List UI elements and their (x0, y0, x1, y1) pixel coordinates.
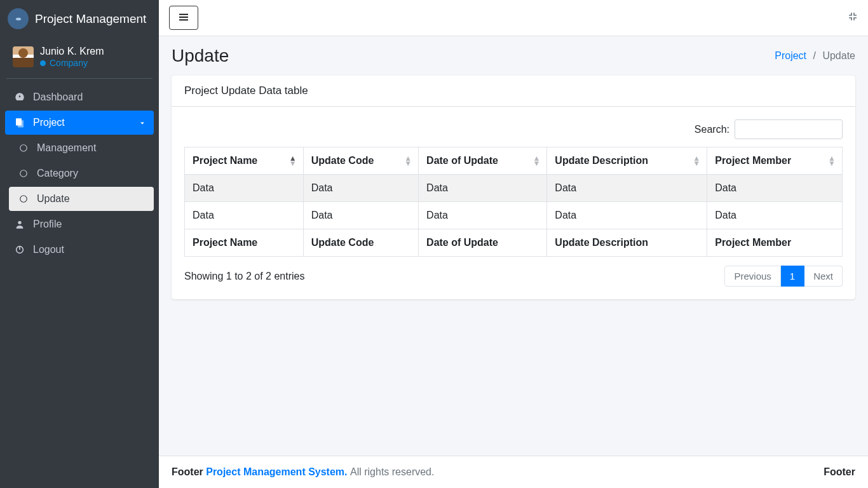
table-header-cell[interactable]: Update Code▲▼ (303, 147, 418, 175)
user-role[interactable]: Company (40, 58, 104, 69)
menu-toggle-button[interactable] (169, 6, 198, 30)
bars-icon (179, 13, 189, 24)
main-column: Update Project / Update Project Update D… (159, 0, 868, 488)
svg-point-3 (20, 144, 27, 151)
table-cell: Data (303, 175, 418, 202)
svg-rect-11 (179, 19, 188, 20)
user-panel: Junio K. Krem Company (6, 37, 153, 79)
sidebar-item-label: Category (37, 168, 78, 179)
circle-icon (17, 194, 31, 203)
footer-prefix: Footer (172, 466, 206, 477)
footer-right: Footer (824, 466, 855, 477)
card-title: Project Update Data table (172, 76, 855, 107)
footer-link[interactable]: Project Management System. (206, 466, 347, 477)
pagination-next[interactable]: Next (804, 266, 843, 287)
user-role-label: Company (50, 58, 88, 69)
table-header-row: Project Name▲▼Update Code▲▼Date of Updat… (185, 147, 843, 175)
table-header-label: Project Member (715, 155, 791, 166)
search-input[interactable] (735, 119, 843, 139)
sort-icon: ▲▼ (532, 156, 540, 166)
table-cell: Data (419, 175, 547, 202)
table-cell: Data (185, 202, 304, 229)
table-footer-row: Project NameUpdate CodeDate of UpdateUpd… (185, 229, 843, 257)
sidebar-item-project[interactable]: Project (5, 111, 154, 135)
status-dot-icon (40, 60, 46, 66)
table-cell: Data (547, 202, 707, 229)
table-footer-cell: Update Code (303, 229, 418, 257)
sort-icon: ▲▼ (404, 156, 412, 166)
sidebar-item-dashboard[interactable]: Dashboard (5, 85, 154, 109)
sidebar-item-management[interactable]: Management (9, 136, 154, 160)
table-header-label: Update Code (311, 155, 374, 166)
table-cell: Data (707, 202, 843, 229)
table-cell: Data (303, 202, 418, 229)
user-icon (13, 219, 27, 229)
sidebar: Project Management Junio K. Krem Company… (0, 0, 159, 488)
table-row: DataDataDataDataData (185, 175, 843, 202)
table-footer: Showing 1 to 2 of 2 entries Previous 1 N… (184, 266, 843, 287)
table-header-cell[interactable]: Project Member▲▼ (707, 147, 843, 175)
sidebar-item-update[interactable]: Update (9, 187, 154, 211)
sidebar-item-category[interactable]: Category (9, 161, 154, 186)
topbar (159, 0, 868, 36)
breadcrumb-link-project[interactable]: Project (775, 50, 806, 61)
sort-icon: ▲▼ (289, 156, 297, 166)
content: Project Update Data table Search: Projec… (159, 76, 868, 456)
sidebar-item-label: Update (37, 193, 70, 205)
sidebar-item-label: Management (37, 142, 96, 154)
table-footer-cell: Update Description (547, 229, 707, 257)
svg-rect-9 (179, 13, 188, 15)
table-footer-cell: Date of Update (419, 229, 547, 257)
footer-rights: All rights reserved. (350, 466, 435, 477)
table-footer-cell: Project Name (185, 229, 304, 257)
copy-icon (13, 117, 27, 128)
table-cell: Data (707, 175, 843, 202)
table-cell: Data (185, 175, 304, 202)
table-info: Showing 1 to 2 of 2 entries (184, 271, 304, 282)
table-header-label: Date of Update (426, 155, 498, 166)
pagination: Previous 1 Next (724, 266, 843, 287)
svg-rect-2 (18, 120, 24, 127)
breadcrumb-separator: / (813, 50, 816, 61)
svg-rect-10 (179, 17, 188, 18)
content-header: Update Project / Update (159, 36, 868, 76)
sidebar-item-label: Profile (33, 219, 62, 230)
sort-icon: ▲▼ (693, 156, 700, 166)
data-table: Project Name▲▼Update Code▲▼Date of Updat… (184, 147, 843, 257)
pagination-page-1[interactable]: 1 (781, 266, 804, 287)
table-header-label: Update Description (555, 155, 648, 166)
sidebar-item-label: Dashboard (33, 92, 83, 103)
page-title: Update (172, 46, 229, 66)
pagination-previous[interactable]: Previous (724, 266, 780, 287)
brand-title: Project Management (35, 12, 146, 26)
brand-logo-icon (8, 8, 29, 29)
sidebar-item-label: Logout (33, 244, 64, 255)
compress-icon (848, 11, 858, 24)
svg-point-4 (20, 170, 27, 177)
svg-point-6 (18, 220, 21, 224)
footer-left: Footer Project Management System. All ri… (172, 466, 434, 478)
breadcrumb: Project / Update (775, 50, 855, 62)
chevron-down-icon (139, 118, 146, 130)
svg-point-5 (20, 195, 27, 202)
table-header-label: Project Name (193, 155, 257, 166)
breadcrumb-current: Update (822, 50, 855, 61)
user-name: Junio K. Krem (40, 45, 104, 58)
brand[interactable]: Project Management (0, 0, 159, 37)
circle-icon (17, 144, 31, 152)
table-header-cell[interactable]: Project Name▲▼ (185, 147, 304, 175)
avatar (13, 46, 34, 67)
search-row: Search: (184, 119, 843, 139)
table-cell: Data (419, 202, 547, 229)
fullscreen-collapse-button[interactable] (848, 11, 858, 24)
sidebar-nav: Dashboard Project (0, 79, 159, 269)
sort-icon: ▲▼ (828, 156, 836, 166)
sidebar-item-label: Project (33, 117, 65, 128)
tachometer-icon (13, 92, 27, 103)
table-header-cell[interactable]: Update Description▲▼ (547, 147, 707, 175)
sidebar-item-profile[interactable]: Profile (5, 212, 154, 236)
circle-icon (17, 169, 31, 178)
sidebar-item-logout[interactable]: Logout (5, 238, 154, 262)
table-header-cell[interactable]: Date of Update▲▼ (419, 147, 547, 175)
table-cell: Data (547, 175, 707, 202)
